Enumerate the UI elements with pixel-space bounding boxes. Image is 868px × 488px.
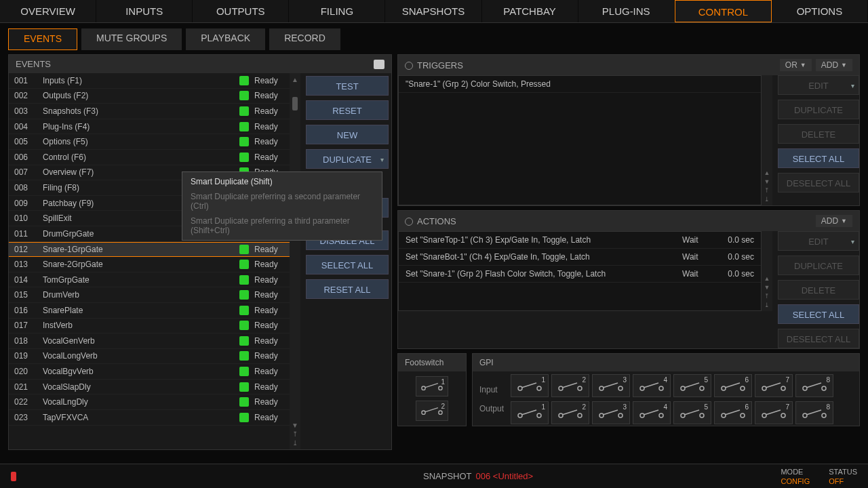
gpi-input-label: Input <box>479 385 504 394</box>
gpi-output-7[interactable]: 7 <box>755 401 793 424</box>
topnav-tab-filing[interactable]: FILING <box>289 0 385 22</box>
trigger-delete-button[interactable]: DELETE <box>778 124 859 144</box>
topnav-tab-control[interactable]: CONTROL <box>675 0 772 22</box>
topnav-tab-snapshots[interactable]: SNAPSHOTS <box>385 0 481 22</box>
action-delete-button[interactable]: DELETE <box>778 280 859 300</box>
scroll-thumb[interactable] <box>292 97 298 110</box>
subnav-tab-playback[interactable]: PLAYBACK <box>186 28 265 50</box>
new-button[interactable]: NEW <box>306 125 389 144</box>
event-row[interactable]: 005Options (F5)Ready <box>9 134 290 150</box>
svg-point-34 <box>578 413 582 418</box>
scroll-bottom-icon[interactable]: ⤓ <box>292 439 298 447</box>
action-deselect-all-button[interactable]: DESELECT ALL <box>778 329 859 348</box>
event-row[interactable]: 014TomGrpGateReady <box>9 272 290 288</box>
actions-scroll[interactable]: ▲▼ ⤒⤓ <box>762 231 772 311</box>
gpi-input-3[interactable]: 3 <box>592 374 630 397</box>
svg-line-20 <box>684 383 699 388</box>
event-row[interactable]: 019VocalLongVerbReady <box>9 349 290 365</box>
gpi-output-1[interactable]: 1 <box>511 401 549 424</box>
gpi-output-8[interactable]: 8 <box>795 401 833 424</box>
events-scrollbar[interactable]: ▲ ▼ ⤒ ⤓ <box>290 73 300 449</box>
trigger-duplicate-button[interactable]: DUPLICATE <box>778 100 859 119</box>
gpi-input-8[interactable]: 8 <box>795 374 833 397</box>
footswitch-title: Footswitch <box>398 354 466 371</box>
event-row[interactable]: 015DrumVerbReady <box>9 287 290 303</box>
gpi-input-2[interactable]: 2 <box>551 374 589 397</box>
trigger-row[interactable]: "Snare-1" (Grp 2) Color Switch, Pressed <box>399 76 761 93</box>
gpi-input-4[interactable]: 4 <box>633 374 671 397</box>
topnav-tab-overview[interactable]: OVERVIEW <box>0 0 96 22</box>
action-row[interactable]: Set "SnareBot-1" (Ch 4) Exp/Gate In, Tog… <box>399 249 761 266</box>
trigger-edit-button[interactable]: EDIT <box>778 75 859 95</box>
status-dot <box>239 306 249 315</box>
svg-point-49 <box>781 413 785 418</box>
gpi-output-label: Output <box>479 404 504 413</box>
footswitch-2[interactable]: 2 <box>416 401 448 421</box>
topnav-tab-outputs[interactable]: OUTPUTS <box>193 0 289 22</box>
triggers-title: TRIGGERS <box>417 60 463 70</box>
topnav-tab-inputs[interactable]: INPUTS <box>96 0 193 22</box>
topnav-tab-plug-ins[interactable]: PLUG-INS <box>578 0 675 22</box>
action-duplicate-button[interactable]: DUPLICATE <box>778 256 859 275</box>
event-row[interactable]: 001Inputs (F1)Ready <box>9 73 290 89</box>
reset-all-button[interactable]: RESET ALL <box>306 279 389 299</box>
event-row[interactable]: 002Outputs (F2)Ready <box>9 89 290 104</box>
triggers-panel: TRIGGERS OR▼ ADD▼ "Snare-1" (Grp 2) Colo… <box>397 54 860 206</box>
actions-add-button[interactable]: ADD▼ <box>816 215 852 227</box>
action-row[interactable]: Set "SnareTop-1" (Ch 3) Exp/Gate In, Tog… <box>399 232 761 249</box>
topnav-tab-patchbay[interactable]: PATCHBAY <box>482 0 578 22</box>
subnav-tab-events[interactable]: EVENTS <box>8 28 77 50</box>
trigger-select-all-button[interactable]: SELECT ALL <box>778 148 859 168</box>
gpi-panel: GPI Input Output 1234567812345678 <box>472 353 860 426</box>
subnav-tab-record[interactable]: RECORD <box>269 28 340 50</box>
triggers-scroll[interactable]: ▲▼ ⤒⤓ <box>762 75 772 205</box>
gpi-title: GPI <box>473 354 859 371</box>
event-row[interactable]: 022VocalLngDlyReady <box>9 394 290 410</box>
gpi-input-1[interactable]: 1 <box>511 374 549 397</box>
event-row[interactable]: 013Snare-2GrpGateReady <box>9 257 290 272</box>
triggers-logic-dropdown[interactable]: OR▼ <box>780 59 812 71</box>
gpi-output-2[interactable]: 2 <box>551 401 589 424</box>
test-button[interactable]: TEST <box>306 76 389 96</box>
event-row[interactable]: 003Snapshots (F3)Ready <box>9 104 290 119</box>
trigger-deselect-all-button[interactable]: DESELECT ALL <box>778 173 859 192</box>
gpi-output-6[interactable]: 6 <box>714 401 752 424</box>
action-row[interactable]: Set "Snare-1" (Grp 2) Flash Color Switch… <box>399 266 761 283</box>
gpi-input-5[interactable]: 5 <box>673 374 711 397</box>
scroll-top-icon[interactable]: ⤒ <box>292 430 298 438</box>
event-row[interactable]: 021VocalSlapDlyReady <box>9 380 290 395</box>
menu-item[interactable]: Smart Duplicate (Shift) <box>182 174 382 189</box>
gpi-output-5[interactable]: 5 <box>673 401 711 424</box>
triggers-add-button[interactable]: ADD▼ <box>816 59 852 71</box>
topnav-tab-options[interactable]: OPTIONS <box>772 0 868 22</box>
scroll-down-icon[interactable]: ▼ <box>292 422 298 429</box>
mode-readout: MODECONFIG <box>781 467 810 486</box>
event-row[interactable]: 023TapVFXVCAReady <box>9 410 290 426</box>
action-select-all-button[interactable]: SELECT ALL <box>778 304 859 324</box>
select-all-button[interactable]: SELECT ALL <box>306 255 389 274</box>
events-list: 001Inputs (F1)Ready002Outputs (F2)Ready0… <box>9 73 290 449</box>
scroll-up-icon[interactable]: ▲ <box>292 76 298 83</box>
status-dot <box>239 275 249 285</box>
event-row[interactable]: 006Control (F6)Ready <box>9 150 290 165</box>
status-dot <box>239 91 249 100</box>
svg-line-29 <box>806 383 821 388</box>
folder-icon[interactable] <box>374 60 384 69</box>
event-row[interactable]: 017InstVerbReady <box>9 319 290 334</box>
gpi-output-3[interactable]: 3 <box>592 401 630 424</box>
event-row[interactable]: 018VocalGenVerbReady <box>9 333 290 349</box>
event-row[interactable]: 004Plug-Ins (F4)Ready <box>9 119 290 135</box>
reset-button[interactable]: RESET <box>306 100 389 120</box>
event-row[interactable]: 012Snare-1GrpGateReady <box>9 242 290 258</box>
duplicate-button[interactable]: DUPLICATE <box>306 149 389 169</box>
gpi-input-6[interactable]: 6 <box>714 374 752 397</box>
power-icon[interactable] <box>11 472 16 481</box>
subnav-tab-mute-groups[interactable]: MUTE GROUPS <box>81 28 182 50</box>
gpi-output-4[interactable]: 4 <box>633 401 671 424</box>
gpi-input-7[interactable]: 7 <box>755 374 793 397</box>
event-row[interactable]: 020VocalBgvVerbReady <box>9 364 290 380</box>
event-row[interactable]: 016SnarePlateReady <box>9 303 290 319</box>
action-edit-button[interactable]: EDIT <box>778 231 859 251</box>
footswitch-1[interactable]: 1 <box>416 376 448 396</box>
footswitch-panel: Footswitch 12 <box>397 353 467 426</box>
